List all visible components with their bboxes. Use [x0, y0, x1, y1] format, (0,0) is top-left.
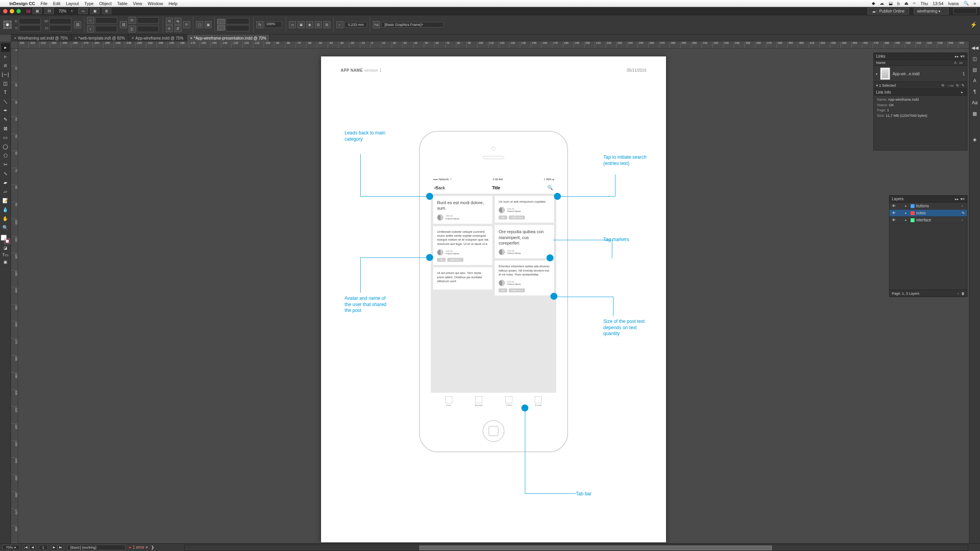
corner-options-icon[interactable]: ⌐	[336, 21, 343, 28]
post-card[interactable]: Untiberati volente vellupti comnihil mol…	[433, 226, 492, 265]
eyedropper-tool-icon[interactable]: 💧	[1, 205, 10, 214]
direct-selection-tool-icon[interactable]: ▹	[1, 52, 10, 61]
rotate-input[interactable]	[137, 17, 159, 24]
help-search-input[interactable]	[953, 8, 977, 14]
visibility-toggle-icon[interactable]: 👁	[891, 211, 897, 215]
dock-expand-icon[interactable]: ◀◀	[971, 44, 979, 52]
delete-layer-icon[interactable]: 🗑	[961, 292, 965, 295]
wrap-column-icon[interactable]: ⊞	[323, 21, 330, 28]
cc-libraries-icon[interactable]: ◫	[971, 55, 979, 63]
disclosure-triangle-icon[interactable]: ▸	[905, 204, 909, 208]
links-col-warn-icon[interactable]: ⚠	[954, 61, 957, 65]
doc-tab[interactable]: ×App-wireframe.indd @ 75%	[129, 34, 187, 42]
layer-row[interactable]: 👁▸buttons▫	[889, 203, 967, 210]
preflight-errors[interactable]: ●1 error ▾	[129, 545, 148, 549]
tag-marker[interactable]: USER TAG 2	[509, 216, 525, 219]
free-transform-tool-icon[interactable]: ⤡	[1, 169, 10, 178]
stroke-swatch[interactable]	[217, 25, 225, 31]
page-nav[interactable]: |◀◀	[23, 545, 36, 550]
nav-back-button[interactable]: ‹ Back	[434, 185, 445, 190]
menu-window[interactable]: Window	[148, 1, 163, 6]
disclosure-triangle-icon[interactable]: ▸	[876, 72, 878, 76]
reference-point-proxy[interactable]	[3, 20, 12, 29]
disclosure-triangle-icon[interactable]: ▸	[905, 218, 909, 222]
close-tab-icon[interactable]: ×	[14, 36, 16, 40]
scissors-tool-icon[interactable]: ✂	[1, 160, 10, 169]
doc-tab[interactable]: ×*web-template.indt @ 82%	[71, 34, 128, 42]
rotate-cw-icon[interactable]: ⟳	[166, 25, 173, 32]
post-card[interactable]: Ehenitor ehendem asitas ata eturesc hili…	[495, 261, 554, 295]
panel-collapse-icon[interactable]: ▸▸	[955, 54, 959, 58]
window-zoom-button[interactable]	[16, 9, 21, 13]
gap-tool-icon[interactable]: |↔|	[1, 70, 10, 79]
scale-y-input[interactable]	[95, 26, 117, 32]
w-input[interactable]	[49, 18, 71, 24]
container-select-icon[interactable]: ▢	[196, 21, 203, 28]
post-card[interactable]: Runt es est modi dolore, sum. FROMFriend…	[433, 196, 492, 224]
menubar-cloud-icon[interactable]: ☁	[880, 1, 884, 6]
panel-title[interactable]: Layers	[892, 197, 904, 201]
selection-indicator[interactable]: ▫	[962, 204, 965, 208]
workspace-switcher[interactable]: wireframing ▾	[914, 8, 949, 14]
first-page-icon[interactable]: |◀	[23, 545, 29, 550]
ellipse-tool-icon[interactable]: ◯	[1, 142, 10, 151]
menu-edit[interactable]: Edit	[53, 1, 60, 6]
fx-icon[interactable]: fx	[256, 21, 263, 28]
wrap-around-icon[interactable]: ▣	[298, 21, 305, 28]
fill-stroke-swap[interactable]	[1, 235, 10, 244]
document-page[interactable]: APP NAME version 1 05/11/2016 Leads back…	[321, 56, 666, 542]
rotate-ccw-icon[interactable]: ⟲	[166, 18, 173, 25]
canvas-area[interactable]: APP NAME version 1 05/11/2016 Leads back…	[18, 49, 969, 543]
links-panel[interactable]: Links▸▸▾≡ Name⚠▭ ▸ App-wir...e.indd 1 ▾ …	[873, 53, 967, 150]
collapse-info-icon[interactable]: ▸	[961, 90, 963, 94]
horizontal-scrollbar[interactable]	[184, 545, 968, 551]
window-minimize-button[interactable]	[10, 9, 14, 13]
links-col-page-icon[interactable]: ▭	[957, 61, 965, 65]
next-page-icon[interactable]: ▶	[51, 545, 57, 550]
doc-tab-active[interactable]: ×*App-wireframe-presentation.indd @ 70%	[187, 34, 270, 42]
tab-item[interactable]: Second	[475, 396, 483, 406]
page-tool-icon[interactable]: ⎚	[1, 61, 10, 70]
menu-app[interactable]: InDesign CC	[9, 1, 35, 6]
panel-title[interactable]: Links	[876, 54, 885, 58]
rectangle-tool-icon[interactable]: ▭	[1, 133, 10, 142]
window-close-button[interactable]	[3, 9, 7, 13]
scale-x-input[interactable]	[95, 17, 117, 24]
h-input[interactable]	[49, 25, 71, 31]
visibility-toggle-icon[interactable]: 👁	[891, 218, 897, 222]
gradient-feather-tool-icon[interactable]: ▱	[1, 187, 10, 196]
menu-file[interactable]: File	[40, 1, 47, 6]
layer-row[interactable]: 👁▸interface▫	[889, 217, 967, 224]
type-tool-icon[interactable]: T	[1, 88, 10, 97]
line-tool-icon[interactable]: ＼	[1, 97, 10, 106]
tag-marker[interactable]: TAG	[499, 216, 507, 219]
flip-v-icon[interactable]: ⇵	[174, 25, 181, 32]
zoom-chevron-icon[interactable]: ▾	[71, 9, 73, 13]
post-card[interactable]: Ore repudia quibea con nianimperit, cus …	[495, 225, 554, 258]
menubar-evernote-icon[interactable]: ◆	[872, 1, 875, 6]
horizontal-ruler[interactable]: -330-320-310-300-290-280-270-260-250-240…	[11, 42, 969, 49]
stock-button[interactable]: St	[44, 8, 54, 14]
styles-panel-icon[interactable]: Aa	[971, 99, 979, 107]
post-card[interactable]: Us sum ut asit remporum cuptatur FROMFri…	[495, 196, 554, 223]
menubar-eject-icon[interactable]: ⏏	[904, 1, 908, 6]
menubar-spotlight-icon[interactable]: 🔍	[964, 1, 969, 6]
menubar-dropbox-icon[interactable]: ⬓	[889, 1, 893, 6]
goto-link-icon[interactable]: →▭	[947, 83, 954, 87]
zoom-field[interactable]: 70% ▾	[2, 545, 20, 550]
post-card[interactable]: Ut ad untum qui abo. Tem repta prem alit…	[433, 267, 492, 290]
update-link-icon[interactable]: ↻	[956, 83, 959, 87]
menubar-user[interactable]: Ivana	[948, 1, 959, 6]
close-tab-icon[interactable]: ×	[132, 36, 134, 40]
menubar-notifications-icon[interactable]: ≡	[974, 1, 976, 6]
note-tool-icon[interactable]: 📝	[1, 196, 10, 205]
selection-tool-icon[interactable]: ▸	[1, 43, 10, 52]
visibility-toggle-icon[interactable]: 👁	[891, 204, 897, 208]
panel-menu-icon[interactable]: ▾≡	[960, 197, 965, 201]
selection-indicator[interactable]: ▫	[962, 218, 965, 222]
constrain-proportions-icon[interactable]: ⛓	[74, 21, 81, 28]
menu-help[interactable]: Help	[169, 1, 178, 6]
object-style-select[interactable]: [Basic Graphics Frame]+	[381, 22, 444, 27]
pen-tool-icon[interactable]: ✒	[1, 106, 10, 115]
screen-mode-normal-icon[interactable]: ▣	[1, 258, 10, 265]
